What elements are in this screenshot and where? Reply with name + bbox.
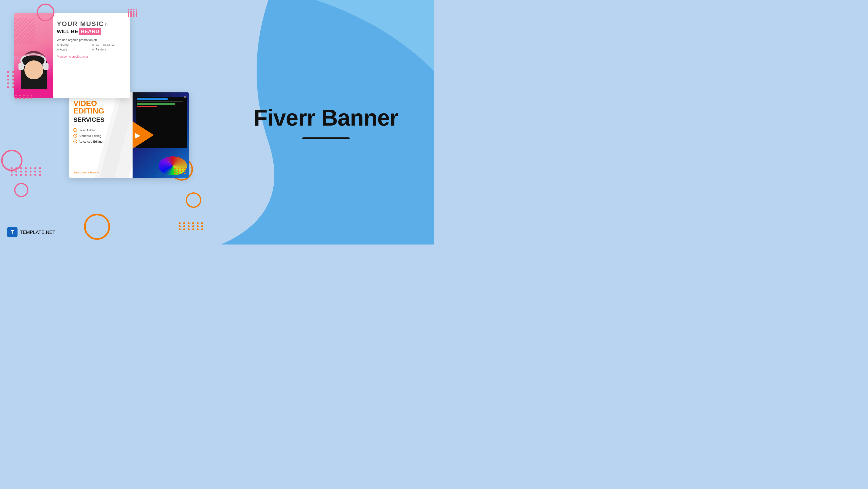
video-title-line2: EDITING bbox=[73, 107, 128, 115]
video-card-text-section: VIDEO EDITING SERVICES ✓ Basic Editing ✓… bbox=[69, 92, 132, 178]
check-icon-advanced: ✓ bbox=[73, 140, 77, 143]
platform-pandora: Pandora bbox=[92, 48, 125, 51]
organic-promo-text: We use organic promotion on bbox=[57, 38, 125, 42]
diagonal-lines-decoration bbox=[14, 18, 35, 44]
svg-line-1 bbox=[14, 18, 20, 24]
check-icon-basic: ✓ bbox=[73, 128, 77, 132]
svg-line-9 bbox=[23, 31, 35, 44]
svg-line-11 bbox=[30, 38, 35, 44]
right-panel: Fiverr Banner bbox=[218, 0, 434, 244]
pink-ring-2 bbox=[14, 183, 28, 197]
fiverr-link-music[interactable]: fiverr.com/tremblesounds bbox=[57, 55, 125, 58]
service-standard: ✓ Standard Editing bbox=[73, 134, 128, 138]
service-advanced: ✓ Advanced Editing bbox=[73, 140, 128, 143]
will-be-text: WILL BE bbox=[57, 28, 78, 35]
pink-square-dots bbox=[128, 9, 137, 17]
logo-text: TEMPLATE.NET bbox=[20, 230, 55, 235]
logo-brand: TEMPLATE bbox=[20, 230, 44, 235]
apple-dot bbox=[57, 49, 59, 51]
service-basic: ✓ Basic Editing bbox=[73, 128, 128, 132]
pandora-dot bbox=[92, 49, 94, 51]
orange-dots-video bbox=[174, 168, 187, 174]
video-card-image-section: ▶ ✕ ✕ bbox=[132, 92, 189, 178]
pandora-label: Pandora bbox=[95, 48, 106, 51]
svg-line-0 bbox=[14, 18, 17, 20]
logo-letter: T bbox=[11, 229, 14, 235]
heard-text: HEARD bbox=[79, 28, 101, 35]
platform-apple: Apple bbox=[57, 48, 90, 51]
music-card-text: YOUR MUSIC ▷ WILL BE HEARD We use organi… bbox=[57, 18, 125, 58]
check-icon-standard: ✓ bbox=[73, 134, 77, 138]
platform-youtube: YouTube Music bbox=[92, 44, 125, 47]
logo-suffix: .NET bbox=[44, 230, 55, 235]
video-editing-card: VIDEO EDITING SERVICES ✓ Basic Editing ✓… bbox=[69, 92, 189, 178]
your-music-text: YOUR MUSIC bbox=[57, 20, 104, 28]
orange-ring-2 bbox=[186, 192, 201, 208]
logo-box: T bbox=[7, 227, 18, 237]
apple-label: Apple bbox=[60, 48, 67, 51]
pink-circle-decoration-1 bbox=[37, 4, 55, 21]
platforms-grid: Spotify YouTube Music Apple Pandora bbox=[57, 44, 125, 51]
svg-line-3 bbox=[14, 18, 27, 31]
video-title-line1: VIDEO bbox=[73, 99, 128, 107]
template-logo: T TEMPLATE.NET bbox=[7, 227, 55, 237]
fiverr-link-video[interactable]: fiverr.com/cris-bowman bbox=[73, 171, 100, 174]
svg-line-4 bbox=[14, 18, 31, 34]
spotify-label: Spotify bbox=[60, 44, 69, 47]
orange-circle-bottom bbox=[84, 214, 110, 240]
pink-ring-1 bbox=[1, 150, 23, 171]
platform-spotify: Spotify bbox=[57, 44, 90, 47]
video-title-line3: SERVICES bbox=[73, 116, 128, 123]
pink-dots-bottom-card bbox=[16, 95, 33, 99]
services-list: ✓ Basic Editing ✓ Standard Editing ✓ Adv… bbox=[73, 128, 128, 143]
svg-line-12 bbox=[33, 41, 35, 44]
play-icon: ▷ bbox=[105, 21, 108, 27]
page-title: Fiverr Banner bbox=[253, 105, 398, 130]
youtube-dot bbox=[92, 44, 94, 46]
svg-line-8 bbox=[19, 27, 35, 44]
orange-dots-grid bbox=[179, 222, 205, 230]
youtube-label: YouTube Music bbox=[95, 44, 115, 47]
spotify-dot bbox=[57, 44, 59, 46]
title-divider bbox=[302, 137, 350, 139]
